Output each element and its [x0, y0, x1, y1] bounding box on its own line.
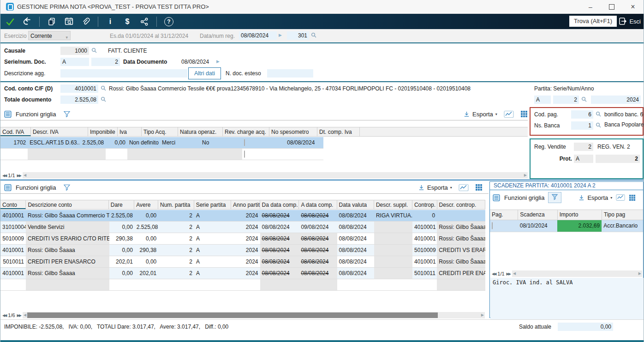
search-icon[interactable]: [101, 85, 107, 91]
search-icon[interactable]: [581, 96, 587, 102]
col-header-a-data-comp[interactable]: A data comp.: [299, 200, 337, 209]
scadenze-table-row[interactable]: 08/10/2024 2.032,69 Accr.Bancario: [490, 220, 643, 232]
mov-table-row[interactable]: 4010001Rossi: Gilbo Šaaaa 0,00290,38 2A …: [0, 245, 485, 256]
grid-menu-icon[interactable]: [4, 184, 12, 192]
partita-serie-field[interactable]: A: [534, 96, 551, 104]
undo-button[interactable]: [22, 17, 32, 27]
grid-view-icon[interactable]: [475, 184, 483, 191]
col-header-descrizione-conto[interactable]: Descrizione conto: [26, 200, 108, 209]
chart-icon[interactable]: [616, 194, 625, 201]
col-header-serie-partita[interactable]: Serie partita: [194, 200, 231, 209]
grid-view-icon[interactable]: [520, 110, 528, 118]
prot-serie-field[interactable]: A: [574, 155, 593, 163]
scroll-left-icon[interactable]: ◀: [24, 173, 26, 177]
col-header-conto[interactable]: Conto: [0, 200, 26, 209]
confirm-button[interactable]: [5, 17, 15, 27]
col-header-descr-controp[interactable]: Descr. controp.: [437, 200, 485, 209]
scroll-right-icon[interactable]: ▶: [481, 313, 484, 317]
funzioni-griglia-label[interactable]: Funzioni griglia: [16, 184, 56, 191]
data-registrazione-field[interactable]: 08/08/2024: [239, 31, 277, 40]
funzioni-griglia-label[interactable]: Funzioni griglia: [16, 111, 56, 118]
data-documento-field[interactable]: 08/08/2024: [179, 58, 215, 66]
iva-table-row[interactable]: 1702 ESCL.ART.15 D.63... 2.525,08 0,00 N…: [0, 137, 323, 149]
filter-icon[interactable]: [63, 110, 71, 118]
col-header-da-data-comp[interactable]: Da data comp.: [260, 200, 299, 209]
esporta-button[interactable]: Esporta ▾: [463, 111, 497, 118]
date-next-icon[interactable]: ▶: [279, 33, 282, 37]
currency-button[interactable]: $: [122, 17, 132, 27]
cod-conto-field[interactable]: 4010001: [60, 84, 98, 93]
col-header-imponibile[interactable]: Imponibile: [88, 127, 118, 136]
chart-icon[interactable]: [459, 184, 469, 192]
pager-last-icon[interactable]: ▶▶: [17, 313, 21, 318]
iva-table-empty-row[interactable]: [0, 149, 323, 160]
search-icon[interactable]: [596, 122, 602, 128]
iva-grid-hscrollbar[interactable]: ◀ ▶: [23, 172, 528, 179]
col-header-num-partita[interactable]: Num. partita: [158, 200, 194, 209]
pager-last-icon[interactable]: ▶▶: [17, 174, 21, 178]
partita-numero-field[interactable]: 2: [553, 96, 579, 104]
info-button[interactable]: i: [105, 17, 115, 27]
col-header-data-valuta[interactable]: Data valuta: [337, 200, 374, 209]
filter-button-active[interactable]: [548, 192, 561, 203]
col-header-scadenza[interactable]: Scadenza: [518, 210, 558, 220]
numero-registrazione-field[interactable]: 301: [287, 31, 309, 40]
grid-view-icon[interactable]: [629, 194, 636, 201]
prot-numero-field[interactable]: 2: [596, 155, 640, 163]
search-icon[interactable]: [311, 32, 317, 38]
pager-last-icon[interactable]: ▶▶: [507, 272, 510, 276]
no-spesometro-checkbox[interactable]: [244, 139, 245, 146]
scroll-left-icon[interactable]: ◀: [24, 313, 26, 317]
altri-dati-button[interactable]: Altri dati: [188, 67, 221, 79]
attachment-button[interactable]: [81, 17, 91, 27]
pagato-checkbox[interactable]: [492, 222, 493, 229]
search-icon[interactable]: [101, 96, 107, 102]
esporta-button[interactable]: Esporta ▾: [418, 184, 452, 191]
col-header-natura-operaz[interactable]: Natura operaz.: [178, 127, 223, 136]
n-doc-esteso-field[interactable]: [267, 69, 313, 78]
mov-grid-hscrollbar[interactable]: ◀ ▶: [23, 312, 485, 318]
help-button[interactable]: ?: [164, 17, 174, 27]
mov-table-empty-row[interactable]: [0, 279, 485, 291]
col-header-tipo-pag[interactable]: Tipo pag: [602, 210, 643, 220]
reg-vendite-field[interactable]: 2: [574, 143, 593, 151]
note-textarea[interactable]: Giroc. IVA ind. al SALVA ▲ ▼: [490, 278, 644, 320]
totale-documento-field[interactable]: 2.525,08: [60, 96, 98, 104]
col-header-avere[interactable]: Avere: [134, 200, 158, 209]
descrizione-agg-field[interactable]: [60, 69, 187, 78]
no-spesometro-checkbox[interactable]: [244, 150, 245, 158]
funzioni-griglia-label[interactable]: Funzioni griglia: [504, 194, 544, 201]
serie-doc-field[interactable]: A: [60, 58, 89, 66]
scrollbar-thumb[interactable]: [27, 312, 438, 318]
close-button[interactable]: ×: [622, 0, 644, 14]
esercizio-select[interactable]: Corrente ▾: [28, 31, 71, 40]
col-header-descr-suppl[interactable]: Descr. suppl.: [374, 200, 412, 209]
scadenze-hscrollbar[interactable]: ◀ ▶: [512, 270, 642, 277]
esci-button[interactable]: Esci: [618, 16, 641, 27]
grid-menu-icon[interactable]: [4, 110, 12, 118]
mov-table-row[interactable]: 4010001Rossi: Gilbo Šaaaa 0,00202,01 2A …: [0, 268, 485, 279]
col-header-rev-charge[interactable]: Rev. charge acq.: [223, 127, 269, 136]
scroll-right-icon[interactable]: ▶: [638, 271, 641, 276]
col-header-no-spesometro[interactable]: No spesometro: [269, 127, 317, 136]
esporta-button[interactable]: Esporta ▾: [578, 194, 612, 201]
mov-table-row[interactable]: 31010004Vendite Servizi 0,002.525,08 2A …: [0, 222, 485, 233]
mov-table-row[interactable]: 4010001Rossi: Gilbo Šaaaa Commercio Tess…: [0, 210, 485, 222]
calendar-search-button[interactable]: [64, 17, 74, 27]
mov-table-row[interactable]: 5010011CREDITI PER ENASARCO 202,010,00 2…: [0, 256, 485, 268]
share-button[interactable]: [139, 17, 149, 27]
scroll-left-icon[interactable]: ◀: [513, 271, 516, 276]
numero-doc-field[interactable]: 2: [91, 58, 120, 66]
search-icon[interactable]: [91, 48, 97, 54]
ns-banca-field[interactable]: 1: [571, 121, 593, 130]
pager-first-icon[interactable]: ◀◀: [2, 313, 6, 318]
col-header-dt-comp-iva[interactable]: Dt. comp. Iva: [317, 127, 360, 136]
pager-first-icon[interactable]: ◀◀: [2, 174, 6, 178]
mov-table-row[interactable]: 5010009CREDITI VS ERARIO C/TO RITENUTE 2…: [0, 233, 485, 245]
minimize-button[interactable]: –: [580, 0, 601, 14]
maximize-button[interactable]: [601, 0, 622, 14]
col-header-tipo-acq[interactable]: Tipo Acq.: [142, 127, 178, 136]
search-icon[interactable]: [596, 111, 602, 117]
pager-first-icon[interactable]: ◀◀: [492, 272, 495, 276]
copy-button[interactable]: [47, 17, 57, 27]
